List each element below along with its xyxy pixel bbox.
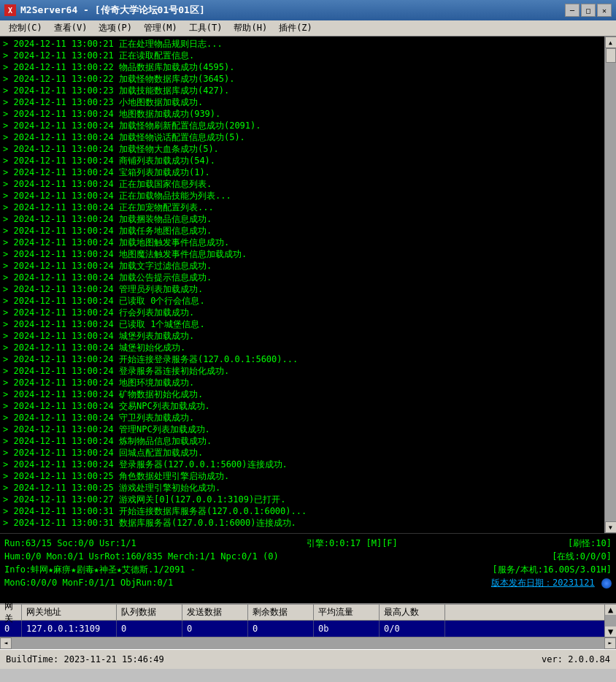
col-header-flow: 平均流量 bbox=[314, 605, 380, 621]
status-run: Run:63/15 Soc:0/0 Usr:1/1 bbox=[4, 537, 136, 550]
console-line: > 2024-12-11 13:00:24 加载文字过滤信息成功. bbox=[3, 260, 601, 272]
console-line: > 2024-12-11 13:00:21 正在读取配置信息. bbox=[3, 50, 601, 61]
console-line: > 2024-12-11 13:00:24 加载捆装物品信息成功. bbox=[3, 213, 601, 225]
table-scrollbar-v[interactable]: ▲ ▼ bbox=[604, 605, 616, 637]
console-line: > 2024-12-11 13:00:24 地图魔法触发事件信息加载成功. bbox=[3, 248, 601, 260]
status-hum: Hum:0/0 Mon:0/1 UsrRot:160/835 Merch:1/1… bbox=[4, 550, 279, 563]
table-scroll-track bbox=[605, 615, 617, 627]
console-line: > 2024-12-11 13:00:24 城堡初始化成功. bbox=[3, 342, 601, 353]
console-line: > 2024-12-11 13:00:24 正在加载物品技能为列表... bbox=[3, 190, 601, 202]
console-line: > 2024-12-11 13:00:24 宝箱列表加载成功(1). bbox=[3, 166, 601, 178]
bottom-bar: BuildTime: 2023-11-21 15:46:49 ver: 2.0.… bbox=[0, 648, 616, 669]
table-scroll-down[interactable]: ▼ bbox=[608, 627, 613, 637]
console-area: > 2024-12-11 13:00:21 正在处理物品规则日志...> 202… bbox=[0, 37, 616, 533]
cell-send-0: 0 bbox=[182, 621, 248, 637]
console-line: > 2024-12-11 13:00:24 地图环境加载成功. bbox=[3, 377, 601, 388]
console-line: > 2024-12-11 13:00:24 正在加宠物配置列表... bbox=[3, 202, 601, 213]
table-header: 网关 网关地址 队列数据 发送数据 剩余数据 平均流量 最高人数 bbox=[0, 605, 604, 621]
console-line: > 2024-12-11 13:00:24 加载公告提示信息成功. bbox=[3, 272, 601, 283]
menu-tools[interactable]: 工具(T) bbox=[183, 20, 228, 36]
console-line: > 2024-12-11 13:00:24 管理NPC列表加载成功. bbox=[3, 424, 601, 435]
menu-bar: 控制(C) 查看(V) 选项(P) 管理(M) 工具(T) 帮助(H) 插件(Z… bbox=[0, 20, 616, 37]
console-scrollbar[interactable]: ▲ ▼ bbox=[604, 37, 616, 533]
h-scroll-left[interactable]: ◄ bbox=[0, 637, 12, 649]
cell-flow-0: 0b bbox=[314, 621, 380, 637]
console-line: > 2024-12-11 13:00:24 管理员列表加载成功. bbox=[3, 283, 601, 295]
cell-addr-0: 127.0.0.1:3109 bbox=[22, 621, 117, 637]
menu-control[interactable]: 控制(C) bbox=[3, 20, 48, 36]
maximize-button[interactable]: □ bbox=[581, 4, 596, 17]
console-line: > 2024-12-11 13:00:24 加载地图触发事件信息成功. bbox=[3, 237, 601, 248]
console-line: > 2024-12-11 13:00:25 游戏处理引擎初始化成功. bbox=[3, 482, 601, 494]
status-line-4: MonG:0/0/0 MonF:0/1/1 ObjRun:0/1 版本发布日期：… bbox=[4, 576, 612, 589]
h-scroll-track bbox=[12, 637, 604, 649]
menu-view[interactable]: 查看(V) bbox=[48, 20, 93, 36]
console-line: > 2024-12-11 13:00:24 加载怪物大血条成功(5). bbox=[3, 143, 601, 155]
status-engine: 引擎:0:0:17 [M][F] bbox=[307, 537, 398, 550]
title-buttons: ─ □ ✕ bbox=[565, 4, 612, 17]
status-mong: MonG:0/0/0 MonF:0/1/1 ObjRun:0/1 bbox=[4, 576, 173, 589]
console-line: > 2024-12-11 13:00:23 加载技能数据库成功(427). bbox=[3, 85, 601, 96]
menu-help[interactable]: 帮助(H) bbox=[228, 20, 273, 36]
col-header-remain: 剩余数据 bbox=[248, 605, 314, 621]
col-header-addr: 网关地址 bbox=[22, 605, 117, 621]
table-container: 网关 网关地址 队列数据 发送数据 剩余数据 平均流量 最高人数 0 127.0… bbox=[0, 605, 616, 637]
console-line: > 2024-12-11 13:00:24 城堡列表加载成功. bbox=[3, 330, 601, 342]
app-icon: X bbox=[4, 4, 16, 16]
console-line: > 2024-12-11 13:00:21 正在处理物品规则日志... bbox=[3, 38, 601, 50]
close-button[interactable]: ✕ bbox=[597, 4, 612, 17]
table-main: 网关 网关地址 队列数据 发送数据 剩余数据 平均流量 最高人数 0 127.0… bbox=[0, 605, 604, 637]
table-row[interactable]: 0 127.0.0.1:3109 0 0 0 0b 0/0 bbox=[0, 621, 604, 637]
console-line: > 2024-12-11 13:00:24 商铺列表加载成功(54). bbox=[3, 155, 601, 166]
status-service: [服务/本机:16.00S/3.01H] bbox=[492, 563, 612, 576]
cell-max-0: 0/0 bbox=[380, 621, 445, 637]
scroll-thumb[interactable] bbox=[606, 48, 616, 63]
console-line: > 2024-12-11 13:00:24 加载怪物刷新配置信息成功(2091)… bbox=[3, 120, 601, 131]
status-info: Info:蚌网★麻痹★剧毒★神圣★艾德斯.1/2091 - bbox=[4, 563, 196, 576]
col-header-send: 发送数据 bbox=[182, 605, 248, 621]
table-scroll-up[interactable]: ▲ bbox=[608, 605, 613, 615]
console-line: > 2024-12-11 13:00:24 开始连接登录服务器(127.0.0.… bbox=[3, 353, 601, 365]
build-time: BuildTime: 2023-11-21 15:46:49 bbox=[6, 654, 164, 664]
status-version-date: 版本发布日期：20231121 bbox=[491, 576, 612, 589]
menu-manage[interactable]: 管理(M) bbox=[138, 20, 183, 36]
network-table-area: 网关 网关地址 队列数据 发送数据 剩余数据 平均流量 最高人数 0 127.0… bbox=[0, 603, 616, 648]
console-line: > 2024-12-11 13:00:24 交易NPC列表加载成功. bbox=[3, 400, 601, 412]
console-content: > 2024-12-11 13:00:21 正在处理物品规则日志...> 202… bbox=[0, 37, 604, 533]
console-line: > 2024-12-11 13:00:24 炼制物品信息加载成功. bbox=[3, 435, 601, 447]
scroll-up-button[interactable]: ▲ bbox=[605, 37, 617, 48]
console-line: > 2024-12-11 13:00:22 物品数据库加载成功(4595). bbox=[3, 61, 601, 73]
console-line: > 2024-12-11 13:00:24 行会列表加载成功. bbox=[3, 307, 601, 318]
version-date-link[interactable]: 版本发布日期：20231121 bbox=[491, 578, 595, 588]
console-line: > 2024-12-11 13:00:24 登录服务器连接初始化成功. bbox=[3, 365, 601, 377]
title-bar: X M2Server64 - [传奇大学论坛01号01区] ─ □ ✕ bbox=[0, 0, 616, 20]
console-line: > 2024-12-11 13:00:24 守卫列表加载成功. bbox=[3, 412, 601, 424]
console-line: > 2024-12-11 13:00:22 加载怪物数据库成功(3645). bbox=[3, 73, 601, 85]
console-line: > 2024-12-11 13:00:23 小地图数据加载成功. bbox=[3, 96, 601, 108]
col-header-max: 最高人数 bbox=[380, 605, 445, 621]
cell-remain-0: 0 bbox=[248, 621, 314, 637]
menu-options[interactable]: 选项(P) bbox=[93, 20, 138, 36]
console-line: > 2024-12-11 13:00:24 加载任务地图信息成功. bbox=[3, 225, 601, 237]
title-bar-left: X M2Server64 - [传奇大学论坛01号01区] bbox=[4, 4, 205, 17]
minimize-button[interactable]: ─ bbox=[565, 4, 580, 17]
console-line: > 2024-12-11 13:00:24 地图数据加载成功(939). bbox=[3, 108, 601, 120]
table-scroll-h[interactable]: ◄ ► bbox=[0, 637, 616, 648]
cell-net-0: 0 bbox=[0, 621, 22, 637]
console-line: > 2024-12-11 13:00:24 加载怪物说话配置信息成功(5). bbox=[3, 131, 601, 143]
col-header-net: 网关 bbox=[0, 605, 22, 621]
scroll-down-button[interactable]: ▼ bbox=[605, 521, 617, 533]
status-line-2: Hum:0/0 Mon:0/1 UsrRot:160/835 Merch:1/1… bbox=[4, 550, 612, 563]
h-scroll-right[interactable]: ► bbox=[604, 637, 616, 649]
console-line: > 2024-12-11 13:00:24 已读取 1个城堡信息. bbox=[3, 318, 601, 330]
version: ver: 2.0.0.84 bbox=[542, 654, 610, 664]
console-line: > 2024-12-11 13:00:24 正在加载国家信息列表. bbox=[3, 178, 601, 190]
window-title: M2Server64 - [传奇大学论坛01号01区] bbox=[20, 4, 205, 17]
menu-plugins[interactable]: 插件(Z) bbox=[273, 20, 318, 36]
console-line: > 2024-12-11 13:00:27 游戏网关[0](127.0.0.1:… bbox=[3, 494, 601, 505]
status-line-1: Run:63/15 Soc:0/0 Usr:1/1 引擎:0:0:17 [M][… bbox=[4, 537, 612, 550]
status-monster: [刷怪:10] bbox=[568, 537, 612, 550]
console-line: > 2024-12-11 13:00:31 数据库服务器(127.0.0.1:6… bbox=[3, 517, 601, 529]
scroll-track bbox=[605, 48, 617, 521]
console-line: > 2024-12-11 13:00:24 矿物数据初始化成功. bbox=[3, 388, 601, 400]
